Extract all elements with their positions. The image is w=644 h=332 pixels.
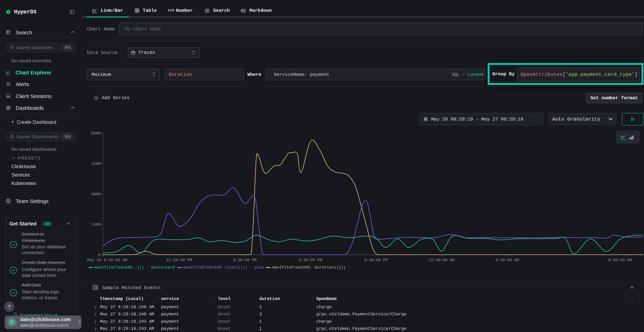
svg-text:9:00:00 AM: 9:00:00 AM (608, 258, 632, 262)
svg-text:9:30:00 PM: 9:30:00 PM (364, 258, 388, 262)
svg-text:3:30:00 PM: 3:30:00 PM (233, 258, 256, 262)
svg-text:150M: 150M (91, 222, 100, 227)
svg-text:300M: 300M (91, 192, 100, 196)
svg-text:12:30:00 AM: 12:30:00 AM (428, 258, 454, 262)
svg-text:12:30:00 PM: 12:30:00 PM (166, 258, 192, 262)
svg-text:6:30:00 PM: 6:30:00 PM (298, 258, 322, 262)
svg-text:450M: 450M (91, 162, 100, 166)
svg-text:3:30:00 AM: 3:30:00 AM (496, 258, 519, 262)
svg-text:0: 0 (98, 253, 100, 258)
svg-text:600M: 600M (91, 131, 100, 136)
svg-text:May 26 9:00:00 AM: May 26 9:00:00 AM (87, 258, 127, 262)
